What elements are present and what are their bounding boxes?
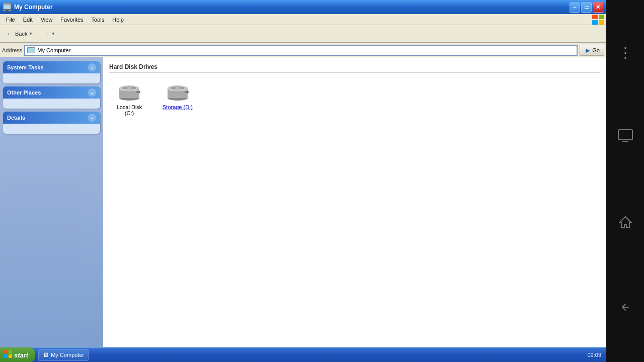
svg-rect-18 <box>139 92 140 93</box>
svg-rect-17 <box>137 92 138 93</box>
left-panel: System Tasks ⌄ Other Places ⌄ Details ⌄ <box>0 57 103 347</box>
svg-rect-26 <box>186 92 187 93</box>
svg-point-23 <box>175 87 181 89</box>
svg-rect-3 <box>6 10 9 11</box>
menu-file[interactable]: File <box>2 16 19 24</box>
svg-rect-5 <box>599 15 604 19</box>
minimize-button[interactable]: − <box>570 2 580 13</box>
menu-bar: File Edit View Favorites Tools Help <box>0 14 606 25</box>
svg-rect-9 <box>28 48 35 53</box>
system-tasks-header[interactable]: System Tasks ⌄ <box>3 61 100 73</box>
taskbar-item-icon: 🖥 <box>43 351 49 358</box>
toolbar: ← Back ▼ → ▼ <box>0 25 606 43</box>
menu-tools[interactable]: Tools <box>88 16 109 24</box>
svg-rect-28 <box>4 350 8 353</box>
start-icon <box>4 350 12 360</box>
drive-icon-c <box>117 82 141 102</box>
title-bar: My Computer − ▭ ✕ <box>0 0 606 14</box>
svg-marker-34 <box>619 217 631 228</box>
menu-help[interactable]: Help <box>108 16 128 24</box>
svg-rect-15 <box>120 89 138 91</box>
menu-favorites[interactable]: Favorites <box>56 16 87 24</box>
main-area: System Tasks ⌄ Other Places ⌄ Details ⌄ <box>0 57 606 347</box>
svg-rect-30 <box>4 354 8 358</box>
taskbar: start 🖥 My Computer 09:09 <box>0 347 606 362</box>
right-nav-bar: ⋮ <box>606 0 644 362</box>
other-places-section: Other Places ⌄ <box>3 86 100 109</box>
address-bar-icon <box>27 46 35 54</box>
nav-icon-screen[interactable] <box>617 129 633 146</box>
start-button[interactable]: start <box>0 347 35 362</box>
svg-rect-33 <box>622 141 628 142</box>
drive-label-d: Storage (D:) <box>163 104 193 110</box>
details-section: Details ⌄ <box>3 112 100 134</box>
nav-icon-back[interactable] <box>617 300 633 318</box>
svg-rect-7 <box>599 20 604 25</box>
section-heading: Hard Disk Drives <box>109 63 600 73</box>
svg-rect-6 <box>592 20 598 25</box>
svg-rect-32 <box>618 130 632 140</box>
address-label: Address <box>2 47 22 53</box>
title-bar-icon <box>3 3 11 11</box>
other-places-header[interactable]: Other Places ⌄ <box>3 86 100 99</box>
menu-view[interactable]: View <box>37 16 57 24</box>
svg-rect-2 <box>3 9 11 10</box>
drive-label-c: Local Disk (C:) <box>112 104 146 116</box>
taskbar-clock: 09:09 <box>582 352 606 358</box>
taskbar-item-mycomputer[interactable]: 🖥 My Computer <box>38 349 89 361</box>
close-button[interactable]: ✕ <box>593 2 603 13</box>
svg-rect-29 <box>9 350 12 353</box>
go-button[interactable]: ► Go <box>580 45 604 56</box>
forward-button[interactable]: → ▼ <box>38 27 60 41</box>
back-button[interactable]: ← Back ▼ <box>2 27 37 41</box>
details-chevron[interactable]: ⌄ <box>88 114 96 122</box>
taskbar-item-label: My Computer <box>51 352 84 358</box>
address-value: My Computer <box>37 47 70 53</box>
start-label: start <box>14 351 28 359</box>
address-input-wrap[interactable]: My Computer <box>24 45 578 56</box>
system-tasks-chevron[interactable]: ⌄ <box>88 63 96 71</box>
svg-point-14 <box>126 87 132 89</box>
drive-item-c[interactable]: Local Disk (C:) <box>109 79 149 119</box>
maximize-button[interactable]: ▭ <box>581 2 592 13</box>
drive-icon-d <box>166 82 190 102</box>
nav-icon-menu[interactable]: ⋮ <box>618 44 632 61</box>
svg-rect-27 <box>187 92 188 93</box>
winxp-logo <box>592 15 604 25</box>
svg-rect-24 <box>169 89 187 91</box>
other-places-chevron[interactable]: ⌄ <box>88 88 96 97</box>
system-tasks-body <box>3 73 100 83</box>
details-body <box>3 124 100 134</box>
svg-rect-31 <box>9 354 12 358</box>
nav-icon-home[interactable] <box>617 215 633 232</box>
drive-item-d[interactable]: Storage (D:) <box>157 79 198 119</box>
details-header[interactable]: Details ⌄ <box>3 112 100 124</box>
menu-edit[interactable]: Edit <box>19 16 37 24</box>
right-content: Hard Disk Drives <box>103 57 606 347</box>
address-bar: Address My Computer ► Go <box>0 43 606 57</box>
window-title: My Computer <box>14 4 570 11</box>
title-bar-buttons: − ▭ ✕ <box>570 2 603 13</box>
drives-grid: Local Disk (C:) <box>109 79 600 119</box>
svg-rect-4 <box>592 15 598 19</box>
other-places-body <box>3 99 100 109</box>
system-tasks-section: System Tasks ⌄ <box>3 61 100 83</box>
svg-rect-1 <box>4 5 11 10</box>
